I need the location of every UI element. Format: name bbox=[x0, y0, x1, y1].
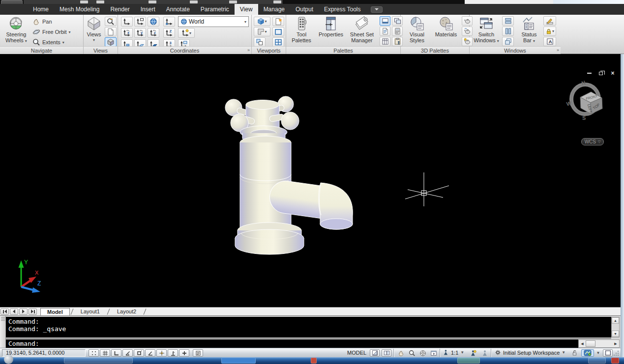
drawing-viewport[interactable]: × N W S FRONT LEFT TOP WCS ▽ bbox=[0, 54, 621, 307]
ortho-mode-toggle[interactable] bbox=[111, 349, 121, 357]
tab-model[interactable]: Model bbox=[40, 308, 70, 315]
scroll-down-button[interactable]: ▼ bbox=[612, 331, 619, 337]
dynamic-input-toggle[interactable] bbox=[179, 349, 189, 357]
ucs-world-button[interactable] bbox=[148, 17, 159, 27]
coordinates-expander-icon[interactable]: » bbox=[247, 46, 250, 54]
previous-tab-button[interactable] bbox=[10, 308, 18, 315]
tab-express-tools[interactable]: Express Tools bbox=[319, 4, 366, 15]
text-window-button[interactable]: A bbox=[543, 37, 556, 46]
dynamic-ucs-toggle[interactable] bbox=[168, 349, 178, 357]
named-viewports-button[interactable]: ▾ bbox=[254, 17, 270, 26]
tab-render[interactable]: Render bbox=[105, 4, 135, 15]
viewport-rectangular-button[interactable] bbox=[272, 27, 284, 36]
switch-windows-button[interactable]: Switch Windows ▾ bbox=[473, 16, 500, 44]
annotation-visibility-button[interactable] bbox=[468, 349, 478, 357]
start-orb-icon[interactable] bbox=[4, 355, 13, 364]
model-space-button[interactable]: MODEL bbox=[347, 350, 366, 356]
command-history-scrollbar[interactable]: ▲ ▼ bbox=[611, 317, 620, 337]
tab-layout2[interactable]: Layout2 bbox=[111, 308, 143, 315]
workspace-switcher-button[interactable]: Initial Setup Workspace ▼ bbox=[495, 349, 565, 356]
3d-osnap-toggle[interactable] bbox=[145, 349, 155, 357]
tool-palettes-button[interactable]: Tool Palettes bbox=[287, 16, 316, 43]
visual-styles-button[interactable]: Visual Styles bbox=[403, 16, 431, 43]
tile-horizontally-button[interactable] bbox=[502, 16, 514, 26]
quick-properties-toggle[interactable] bbox=[193, 349, 203, 357]
snap-mode-toggle[interactable] bbox=[89, 349, 99, 357]
annotation-scale-button[interactable]: 1:1 ▼ bbox=[443, 349, 464, 356]
tile-vertically-button[interactable] bbox=[502, 27, 514, 36]
drawing-close-button[interactable]: × bbox=[609, 70, 617, 77]
pan-button[interactable]: Pan bbox=[32, 18, 52, 26]
ucs-rotate-y-button[interactable]: y bbox=[134, 28, 146, 38]
ucs-button[interactable] bbox=[121, 17, 133, 27]
zoom-extents-button[interactable]: Extents ▾ bbox=[32, 38, 64, 46]
drawing-status-bar-button[interactable] bbox=[543, 16, 556, 26]
scroll-left-button[interactable]: ◀ bbox=[579, 340, 586, 347]
markup-set-manager-button[interactable] bbox=[380, 37, 390, 46]
show-ucs-icon-button[interactable]: ▾ bbox=[178, 28, 195, 38]
zoom-tool-button[interactable] bbox=[407, 349, 417, 357]
auto-annotation-scale-button[interactable] bbox=[480, 349, 490, 357]
tab-layout1[interactable]: Layout1 bbox=[74, 308, 106, 315]
tab-manage[interactable]: Manage bbox=[258, 4, 290, 15]
taskbar-button[interactable] bbox=[64, 358, 133, 364]
taskbar-button[interactable] bbox=[588, 358, 606, 364]
command-horizontal-scrollbar[interactable]: ◀ ▶ bbox=[578, 339, 620, 348]
compass-south-label[interactable]: S bbox=[582, 115, 586, 121]
ucs-name-combobox[interactable]: World ▾ bbox=[178, 16, 249, 27]
hardware-acceleration-button[interactable] bbox=[581, 349, 594, 357]
viewport-configurations-button[interactable] bbox=[272, 37, 284, 47]
next-tab-button[interactable] bbox=[19, 308, 28, 315]
object-snap-tracking-toggle[interactable] bbox=[156, 349, 167, 357]
steering-wheel-tool-button[interactable] bbox=[418, 349, 428, 357]
steering-wheels-button[interactable]: Steering Wheels ▾ bbox=[3, 16, 30, 44]
previous-view-button[interactable] bbox=[105, 17, 117, 26]
last-tab-button[interactable] bbox=[29, 308, 37, 315]
command-history[interactable]: Command: Command: _qsave bbox=[6, 317, 611, 337]
ucs-origin-button[interactable] bbox=[163, 17, 175, 27]
sheet-set-manager-button[interactable]: Sheet Set Manager bbox=[346, 16, 378, 43]
tab-parametric[interactable]: Parametric bbox=[195, 4, 235, 15]
wcs-dropdown-button[interactable]: WCS ▽ bbox=[581, 138, 604, 145]
scrollbar-thumb[interactable] bbox=[586, 340, 595, 347]
taskbar-button[interactable] bbox=[221, 358, 256, 364]
clip-viewport-button[interactable] bbox=[254, 37, 266, 47]
ucs-rotate-x-button[interactable]: x bbox=[121, 28, 133, 38]
view-cube-display-button[interactable] bbox=[105, 37, 117, 47]
command-line-palette-button[interactable] bbox=[380, 16, 390, 26]
resize-grip[interactable] bbox=[613, 350, 619, 356]
tab-annotate[interactable]: Annotate bbox=[161, 4, 195, 15]
grid-display-toggle[interactable] bbox=[100, 349, 110, 357]
view-cube[interactable]: N W S FRONT LEFT TOP bbox=[565, 79, 612, 126]
views-button[interactable]: Views ▾ bbox=[85, 16, 103, 43]
first-tab-button[interactable] bbox=[0, 308, 9, 315]
external-references-button[interactable] bbox=[380, 27, 390, 36]
tab-home[interactable]: Home bbox=[28, 4, 54, 15]
new-viewport-button[interactable] bbox=[272, 17, 284, 26]
minimize-ribbon-button[interactable] bbox=[371, 6, 383, 13]
polar-tracking-toggle[interactable] bbox=[122, 349, 133, 357]
properties-button[interactable]: Properties bbox=[317, 16, 345, 37]
windows-expander-icon[interactable]: » bbox=[557, 46, 559, 54]
taskbar-button[interactable] bbox=[311, 358, 317, 364]
named-views-button[interactable] bbox=[105, 27, 117, 36]
taskbar-button[interactable] bbox=[611, 358, 619, 364]
pan-tool-button[interactable] bbox=[396, 349, 406, 357]
clean-screen-button[interactable] bbox=[603, 349, 613, 357]
drawing-restore-button[interactable] bbox=[597, 70, 605, 77]
ucs-z-axis-vector-button[interactable]: Z bbox=[163, 28, 175, 38]
taskbar-button[interactable] bbox=[457, 358, 480, 364]
show-motion-button[interactable] bbox=[429, 349, 439, 357]
cascade-windows-button[interactable] bbox=[502, 37, 514, 46]
free-orbit-button[interactable]: Free Orbit ▾ bbox=[32, 28, 71, 36]
paper-space-button[interactable] bbox=[370, 349, 380, 357]
status-bar-menu-button[interactable]: Status Bar ▾ bbox=[517, 16, 541, 44]
ucs-rotate-z-button[interactable]: z bbox=[148, 28, 159, 38]
materials-button[interactable]: Materials bbox=[432, 16, 460, 37]
status-tray-dropdown-button[interactable]: ▼ bbox=[595, 349, 601, 357]
tab-view[interactable]: View bbox=[235, 4, 258, 15]
quick-view-layouts-button[interactable] bbox=[382, 349, 391, 357]
toolbar-lock-button[interactable] bbox=[569, 349, 579, 357]
scroll-up-button[interactable]: ▲ bbox=[612, 317, 619, 324]
tab-output[interactable]: Output bbox=[290, 4, 319, 15]
